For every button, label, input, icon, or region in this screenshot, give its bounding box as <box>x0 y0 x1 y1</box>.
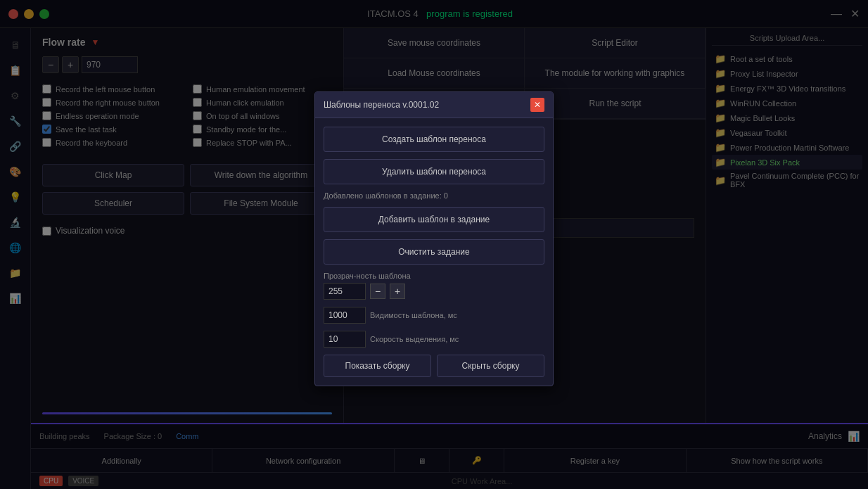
speed-label: Скорость выделения, мс <box>370 335 459 343</box>
transparency-decrement-button[interactable]: − <box>370 284 385 299</box>
clear-task-button[interactable]: Очистить задание <box>324 239 544 265</box>
speed-row: Скорость выделения, мс <box>324 331 544 348</box>
modal-body: Создать шаблон переноса Удалить шаблон п… <box>315 118 553 386</box>
transparency-label: Прозрач-ность шаблона <box>324 272 544 280</box>
create-template-button[interactable]: Создать шаблон переноса <box>324 127 544 152</box>
transparency-increment-button[interactable]: + <box>390 284 405 299</box>
modal-title: Шаблоны переноса v.0001.02 <box>324 100 439 110</box>
modal-overlay: Шаблоны переноса v.0001.02 ✕ Создать шаб… <box>0 0 868 489</box>
modal-close-button[interactable]: ✕ <box>530 98 544 112</box>
delete-template-button[interactable]: Удалить шаблон переноса <box>324 159 544 184</box>
modal-header: Шаблоны переноса v.0001.02 ✕ <box>315 92 553 118</box>
assembly-buttons: Показать сборку Скрыть сборку <box>324 355 544 377</box>
visibility-row: Видимость шаблона, мс <box>324 307 544 324</box>
transparency-row: Прозрач-ность шаблона − + <box>324 272 544 300</box>
transparency-input[interactable] <box>324 283 366 300</box>
hide-assembly-button[interactable]: Скрыть сборку <box>437 355 544 377</box>
modal-dialog: Шаблоны переноса v.0001.02 ✕ Создать шаб… <box>314 91 554 386</box>
speed-input[interactable] <box>324 331 366 348</box>
add-to-task-button[interactable]: Добавить шаблон в задание <box>324 207 544 232</box>
templates-added-info: Добавлено шаблонов в задание: 0 <box>324 191 544 200</box>
visibility-label: Видимость шаблона, мс <box>370 311 457 319</box>
show-assembly-button[interactable]: Показать сборку <box>324 355 431 377</box>
transparency-controls: − + <box>324 283 544 300</box>
visibility-input[interactable] <box>324 307 366 324</box>
